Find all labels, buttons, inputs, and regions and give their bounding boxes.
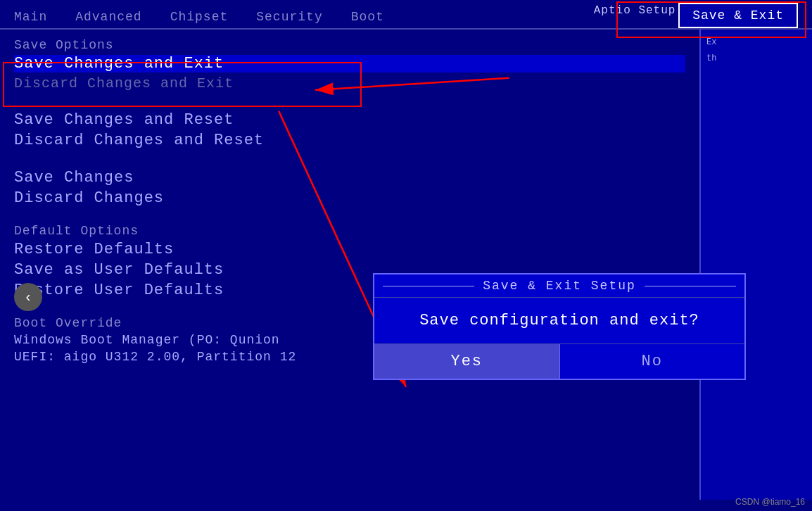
no-button[interactable]: No — [560, 344, 745, 379]
save-changes-reset[interactable]: Save Changes and Reset — [14, 111, 685, 129]
discard-changes[interactable]: Discard Changes — [14, 189, 685, 207]
menu-chipset[interactable]: Chipset — [156, 6, 243, 28]
top-menu-bar: Main Advanced Chipset Security Boot Apti… — [0, 0, 812, 30]
menu-advanced[interactable]: Advanced — [61, 6, 156, 28]
nav-prev-button[interactable]: ‹ — [14, 283, 42, 311]
yes-button[interactable]: Yes — [374, 344, 560, 379]
menu-save-exit[interactable]: Save & Exit — [678, 3, 798, 28]
right-line1: Ex — [706, 37, 806, 49]
menu-boot[interactable]: Boot — [337, 6, 398, 28]
dialog-title-bar: Save & Exit Setup — [374, 275, 744, 298]
main-content: Save Options Save Changes and Exit Disca… — [0, 30, 812, 500]
restore-defaults[interactable]: Restore Defaults — [14, 241, 685, 258]
save-changes-exit[interactable]: Save Changes and Exit — [14, 55, 685, 72]
menu-security[interactable]: Security — [242, 6, 336, 28]
save-changes[interactable]: Save Changes — [14, 169, 685, 187]
watermark: CSDN @tiamo_16 — [735, 497, 805, 507]
discard-changes-reset[interactable]: Discard Changes and Reset — [14, 132, 685, 149]
title-line-left — [383, 286, 474, 286]
right-panel: Ex th +: S -: S Enter F1: Ge F2: Pr F3: … — [699, 30, 812, 500]
save-options-label: Save Options — [14, 38, 685, 52]
dialog-message: Save configuration and exit? — [374, 298, 744, 343]
right-line2: th — [706, 53, 806, 65]
dialog-title: Save & Exit Setup — [474, 279, 645, 293]
discard-changes-exit[interactable]: Discard Changes and Exit — [14, 75, 685, 92]
default-options-label: Default Options — [14, 224, 685, 238]
menu-main[interactable]: Main — [0, 6, 61, 28]
save-exit-dialog: Save & Exit Setup Save configuration and… — [373, 273, 746, 380]
left-panel: Save Options Save Changes and Exit Disca… — [0, 30, 699, 500]
title-line-right — [645, 286, 736, 286]
dialog-buttons: Yes No — [374, 343, 744, 379]
